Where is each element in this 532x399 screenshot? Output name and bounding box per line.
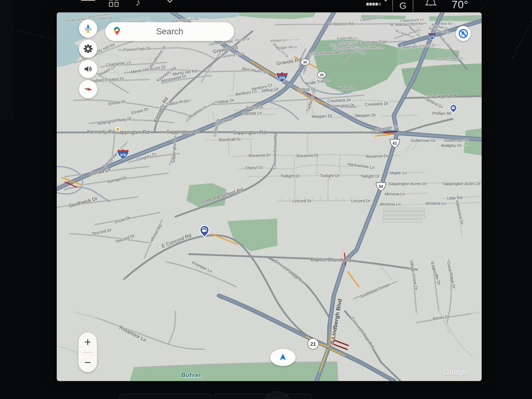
search-bar[interactable]: Search — [105, 22, 234, 41]
recenter-button[interactable] — [270, 349, 296, 366]
zoom-in-button[interactable]: + — [78, 332, 97, 352]
phillips-66-pin[interactable] — [449, 104, 457, 115]
status-bar: ♪ G 70° — [0, 0, 532, 12]
app-grid-icon[interactable] — [109, 0, 119, 7]
incident-dot[interactable] — [115, 127, 120, 133]
navigation-arrow-icon — [277, 351, 289, 364]
notifications-bell-icon[interactable] — [424, 0, 438, 7]
volume-knob[interactable] — [263, 391, 291, 399]
menu-icon[interactable] — [81, 0, 95, 1]
chevron-down-icon[interactable] — [165, 0, 174, 4]
zoom-out-button[interactable]: − — [78, 353, 97, 372]
volume-button[interactable] — [79, 60, 97, 78]
speaker-icon — [83, 64, 93, 74]
chevron-down-icon[interactable] — [382, 0, 389, 3]
climate-control-button[interactable] — [214, 393, 312, 399]
no-highways-icon — [458, 28, 469, 39]
gear-icon — [83, 44, 93, 54]
maps-screen: George WinterBusch Forest LnAllen RdMera… — [57, 12, 482, 381]
compass-button[interactable] — [79, 80, 97, 98]
settings-button[interactable] — [79, 40, 97, 58]
signal-strength-icon — [366, 2, 382, 7]
climate-control-button[interactable] — [119, 393, 212, 399]
search-placeholder: Search — [105, 27, 234, 37]
dashboard-trim-left — [0, 0, 13, 119]
avoid-highways-button[interactable] — [456, 26, 471, 41]
assistant-g-label: G — [399, 1, 406, 11]
google-attribution: Google — [443, 368, 468, 377]
ev-charging-pin[interactable] — [199, 225, 210, 240]
zoom-control: + − — [78, 332, 97, 372]
temperature: 70° — [452, 0, 468, 11]
voice-search-button[interactable] — [79, 19, 97, 38]
music-note-icon[interactable]: ♪ — [135, 0, 140, 8]
google-mic-icon — [83, 24, 93, 33]
map-canvas[interactable] — [57, 12, 482, 381]
compass-needle-icon — [83, 84, 93, 94]
google-assistant-button[interactable]: G — [392, 0, 413, 12]
